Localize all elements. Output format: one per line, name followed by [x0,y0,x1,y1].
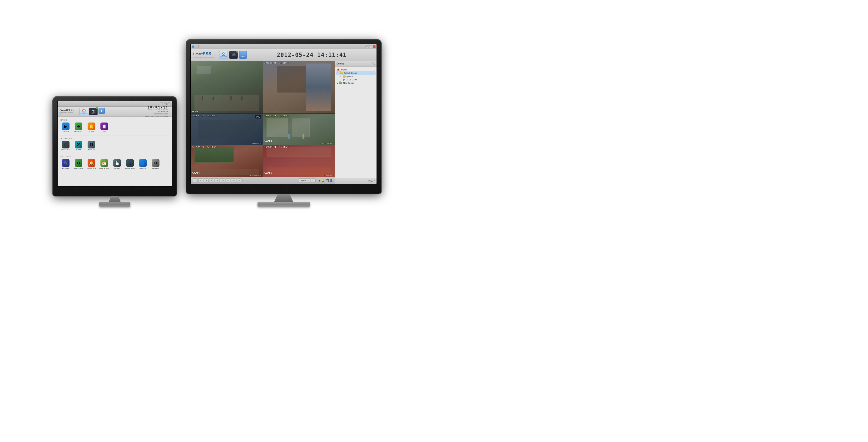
camera-feed-button[interactable]: 📷 1 10.10.11.111 [89,108,98,115]
log-label: LOG [102,131,106,132]
tree-item-device-ip[interactable]: 10.15.1.108 [336,78,376,81]
live-maximize-button[interactable]: □ [369,45,372,48]
device-online-icon [343,79,345,81]
basic-section-label: BASIC [60,119,169,121]
home-page-button[interactable]: 🏠 HOME PAGE [80,108,88,115]
original-dropdown[interactable]: Original ▼ [299,179,310,183]
panel-search-button[interactable]: 🔍 [371,62,375,65]
panel-footer-view-label: View [368,180,373,182]
live-camera-button[interactable]: 📹 1 1010.11.111 [229,51,238,59]
live-titlebar: 👤 🔧 ❓ − □ × [191,44,376,49]
hdd-icon[interactable]: 💾 [326,179,329,182]
layout-8-button[interactable]: 8 [209,179,214,183]
live-datetime: 2012-05-24 14:11:41 [277,52,347,58]
emap-label: E-MAP [76,149,81,151]
clock-time: 15:51:11 [146,105,168,110]
monitor-small-stand [99,202,130,207]
alarm-label: ALARM [89,131,94,132]
tree-item-group1[interactable]: ▼ group1 [336,75,376,78]
live-datetime-center: 2012-05-24 14:11:41 [249,52,374,58]
display-label: DISPLAY [88,149,95,151]
general-icon-img: ⚙ [152,159,159,167]
device-ip-label: 10.15.1.108 [346,78,357,81]
playback-icon[interactable]: ⏮ PLAYBACK [73,123,84,132]
livepss-app: 👤 🔧 ❓ − □ × Smart PSS Professional Surv [191,44,376,184]
layout-1-button[interactable]: 1 [193,179,197,183]
add-button[interactable]: + [98,108,105,114]
online-badge: 1 [96,107,98,109]
maximize-button[interactable]: □ [164,102,166,105]
live-home-button[interactable]: 🏠 HOME PAGE [219,51,228,59]
general-icon[interactable]: ⚙ GENERAL [150,159,161,169]
pcnvr-icon[interactable]: 💾 PC-NVR [112,159,122,169]
alarm-icon[interactable]: 🔔 ALARM [86,123,97,132]
layout-6-button[interactable]: 6 [204,179,209,183]
layout-9-button[interactable]: 9 [215,179,219,183]
close-button[interactable]: × [167,102,170,105]
logo-pss: PSS [67,108,73,112]
live-header: Smart PSS Professional Surveillance Syst… [191,49,376,61]
emap-icon[interactable]: 🗺 E-MAP [73,141,84,151]
vwall2-icon-img: ⊞ [126,159,134,167]
living-cam-badge: CAM 4 [192,171,200,174]
emap-icon-img: 🗺 [75,141,82,149]
tourtask-icon[interactable]: 📅 TOUR & TASK [99,159,110,169]
user-status-icon[interactable]: 👤 [330,179,333,182]
record-icon[interactable]: ⏺ [318,179,321,182]
new-group-arrow: ▶ [337,82,338,84]
group1-arrow: ▼ [340,75,342,77]
office-window [196,66,211,74]
pcnvr-label: PC-NVR [114,167,120,169]
panel-footer-arrow: ▼ [373,180,375,182]
layout-25-button[interactable]: 25 [226,179,230,183]
alarmcfg-icon-img: 🔔 [88,159,95,167]
devcfg-icon[interactable]: ⚙ DEVICE CFG [73,159,84,169]
tourtask-label: TOUR & TASK [99,167,110,169]
video-cell-ptz[interactable]: 2012-05-24 14:11:41 PTZ Demo - PTZ [191,114,263,145]
shelf-2 [292,119,310,137]
video-cell-supermarket[interactable]: 2012-05-24 14:11:41 CAM 3 Demo - CAM 3 [263,114,335,145]
playback-label: PLAYBACK [74,131,83,132]
living-floor [194,169,259,176]
monitor-small-screen: − □ × Smart PSS Professional Surveillanc… [57,101,172,187]
ptz-badge: PTZ [255,115,261,119]
live-minimize-button[interactable]: − [366,45,368,48]
user-name-label: User Name: admin [146,113,168,115]
tree-item-default-group[interactable]: ▼ Default Group [336,71,376,75]
log-icon[interactable]: 📋 LOG [99,123,110,132]
display-icon[interactable]: 🖥 DISPLAY [86,141,97,151]
group1-folder-icon [343,75,346,77]
panel-title: Device [337,62,344,65]
liveview-label: LIVEVIEW [62,131,69,132]
tree-item-import[interactable]: 📥 Import [336,68,376,71]
video-cell-kitchen[interactable]: 20/2-05-24 14:11:41 CAM 5 1/entry - CAM … [263,145,335,177]
monitor-large-screen: 👤 🔧 ❓ − □ × Smart PSS Professional Surv [190,44,377,184]
alarmcfg-icon[interactable]: 🔔 ALARM CFG [86,159,97,169]
pcnvr-icon-img: 💾 [113,159,121,167]
vwall2-icon[interactable]: ⊞ VIDEO WALL [125,159,135,169]
minimize-button[interactable]: − [160,102,163,105]
account-icon[interactable]: 👤 ACCOUNT [137,159,148,169]
alarm-status-icon[interactable]: 🔔 [321,179,325,182]
panel-tree: 📥 Import ▼ Default Group ▼ [335,67,376,178]
app-logo: Smart PSS Professional Surveillance Syst… [60,108,76,115]
layout-16-button[interactable]: 16 [220,179,225,183]
videowall-icon[interactable]: ⊞ VIDEO WALL [60,141,71,151]
layout-4-button[interactable]: 4 [198,179,203,183]
fullscreen-button[interactable]: ⛶ [311,179,316,183]
person-3 [230,96,232,100]
tree-item-new-group[interactable]: ▶ New Group [336,81,376,85]
live-close-button[interactable]: × [373,45,376,48]
advanced-divider [60,154,169,154]
video-cell-office[interactable]: office [191,61,263,114]
scene: − □ × Smart PSS Professional Surveillanc… [0,0,434,221]
devices-icon[interactable]: 🔌 DEVICES [60,159,71,169]
live-add-button[interactable]: + ADD [239,51,247,59]
office-content [191,61,263,114]
video-cell-garage[interactable]: 2012-05-24 14:11:41 [263,61,335,114]
basic-divider [60,135,169,136]
layout-64-button[interactable]: 64 [237,179,241,183]
liveview-icon[interactable]: ▶ LIVEVIEW [60,123,71,132]
video-cell-living[interactable]: 2012.05.24 14:11:41 CAM 4 Demo - CAM 4 [191,145,263,177]
layout-36-button[interactable]: 36 [231,179,236,183]
